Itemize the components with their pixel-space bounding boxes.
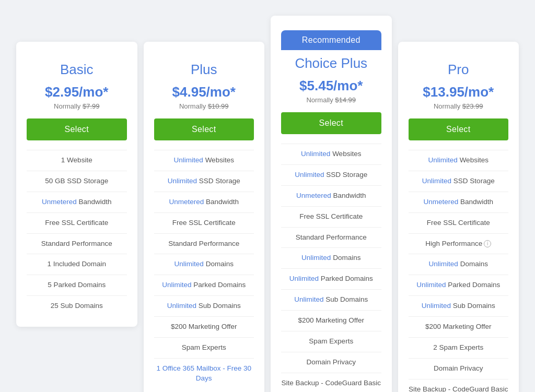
feature-item: $200 Marketing Offer (409, 316, 509, 337)
feature-item: Unlimited Websites (154, 150, 254, 171)
feature-item: Standard Performance (27, 233, 127, 254)
feature-text: 2 Spam Experts (433, 343, 483, 351)
feature-item: Unlimited Websites (409, 150, 509, 171)
plan-price-plus: $4.95/mo* (154, 84, 254, 100)
feature-text: 25 Sub Domains (51, 302, 103, 310)
feature-text: Domain Privacy (434, 364, 483, 372)
feature-highlight: Unlimited (416, 281, 446, 289)
select-button-choice-plus[interactable]: Select (281, 112, 381, 134)
feature-suffix: Sub Domains (323, 295, 368, 303)
feature-text: 5 Parked Domains (48, 281, 106, 289)
feature-suffix: Websites (330, 150, 361, 158)
plan-card-basic: Basic $2.95/mo* Normally $7.99 Select 1 … (16, 42, 137, 327)
feature-item: High Performancei (409, 233, 509, 254)
feature-item: 25 Sub Domains (27, 295, 127, 316)
feature-item: Site Backup - CodeGuard Basic (281, 373, 381, 392)
plan-card-pro: Pro $13.95/mo* Normally $23.99 Select Un… (398, 42, 519, 392)
feature-item: Unlimited Parked Domains (154, 275, 254, 295)
feature-suffix: Sub Domains (196, 302, 241, 310)
feature-text: Domain Privacy (306, 358, 356, 366)
feature-item: Free SSL Certificate (27, 212, 127, 233)
feature-highlight: Unlimited (428, 156, 458, 164)
feature-item: $200 Marketing Offer (154, 316, 254, 337)
feature-item: Unlimited Parked Domains (409, 275, 509, 295)
feature-highlight: Unlimited (422, 302, 451, 310)
feature-item: Unlimited Domains (154, 254, 254, 275)
info-icon[interactable]: i (484, 240, 491, 247)
plan-normal-price-pro: Normally $23.99 (409, 102, 509, 110)
plan-normal-price-plus: Normally $10.99 (154, 102, 254, 110)
plan-normal-price-basic: Normally $7.99 (27, 102, 127, 110)
feature-item: Spam Experts (154, 337, 254, 358)
feature-suffix: Bandwidth (331, 192, 366, 199)
feature-text: 50 GB SSD Storage (45, 177, 108, 185)
feature-item: Standard Performance (154, 233, 254, 254)
feature-suffix: Websites (203, 156, 234, 164)
feature-item: Unlimited Sub Domains (154, 295, 254, 316)
feature-text: Free SSL Certificate (427, 219, 490, 227)
feature-highlight: Unlimited (301, 254, 331, 262)
plan-name-plus: Plus (154, 62, 254, 78)
feature-item: Standard Performance (281, 227, 381, 248)
feature-suffix: Sub Domains (451, 302, 495, 310)
feature-item: Free SSL Certificate (409, 212, 509, 233)
features-list-choice-plus: Unlimited WebsitesUnlimited SSD StorageU… (281, 144, 381, 392)
feature-text: Standard Performance (168, 240, 239, 247)
feature-highlight: Unlimited (301, 150, 330, 158)
feature-item: Unmetered Bandwidth (154, 192, 254, 212)
feature-suffix: Domains (204, 260, 234, 268)
feature-item: 1 Website (27, 150, 127, 171)
feature-text: Site Backup - CodeGuard Basic (409, 385, 508, 392)
feature-highlight: Unlimited (294, 295, 323, 303)
select-button-plus[interactable]: Select (154, 118, 254, 140)
features-list-plus: Unlimited WebsitesUnlimited SSD StorageU… (154, 150, 254, 389)
feature-item: Unlimited Domains (409, 254, 509, 275)
plan-name-choice-plus: Choice Plus (281, 55, 381, 72)
feature-item: Domain Privacy (409, 358, 509, 379)
feature-text: Free SSL Certificate (299, 212, 363, 220)
feature-text: Spam Experts (309, 337, 353, 345)
feature-item: 50 GB SSD Storage (27, 171, 127, 192)
feature-text: High Performance (425, 240, 482, 247)
feature-highlight: Unlimited (422, 177, 451, 185)
feature-highlight: 1 Office 365 Mailbox - Free 30 Days (157, 364, 251, 382)
feature-item: 2 Spam Experts (409, 337, 509, 358)
feature-item: 5 Parked Domains (27, 275, 127, 295)
feature-highlight: Unlimited (167, 302, 196, 310)
feature-highlight: Unlimited (174, 156, 203, 164)
plan-price-pro: $13.95/mo* (409, 84, 509, 100)
feature-suffix: Parked Domains (446, 281, 501, 289)
select-button-basic[interactable]: Select (27, 118, 127, 140)
feature-item: Unlimited Websites (281, 144, 381, 164)
feature-suffix: SSD Storage (324, 171, 368, 179)
feature-highlight: Unmetered (169, 198, 204, 206)
feature-highlight: Unmetered (423, 198, 458, 206)
feature-highlight: Unlimited (175, 260, 204, 268)
feature-suffix: Bandwidth (458, 198, 493, 206)
feature-suffix: SSD Storage (451, 177, 495, 185)
feature-suffix: Websites (458, 156, 489, 164)
feature-text: Spam Experts (182, 343, 226, 351)
feature-item: Unlimited Sub Domains (409, 295, 509, 316)
feature-text: $200 Marketing Offer (171, 323, 237, 330)
feature-item: Unlimited SSD Storage (281, 164, 381, 185)
feature-text: Site Backup - CodeGuard Basic (281, 379, 381, 387)
feature-suffix: Domains (331, 254, 360, 262)
feature-suffix: Parked Domains (192, 281, 246, 289)
feature-text: 1 Included Domain (47, 260, 106, 268)
feature-text: 1 Website (61, 156, 92, 164)
feature-item: Unlimited Parked Domains (281, 268, 381, 289)
pricing-wrapper: Basic $2.95/mo* Normally $7.99 Select 1 … (10, 10, 525, 392)
feature-highlight: Unlimited (429, 260, 458, 268)
feature-item: Unmetered Bandwidth (409, 192, 509, 212)
features-list-pro: Unlimited WebsitesUnlimited SSD StorageU… (409, 150, 509, 392)
feature-item: Unmetered Bandwidth (27, 192, 127, 212)
plan-price-choice-plus: $5.45/mo* (281, 78, 381, 94)
feature-item: Domain Privacy (281, 352, 381, 373)
feature-highlight: Unlimited (162, 281, 191, 289)
plan-name-basic: Basic (27, 62, 127, 78)
feature-item: Unlimited SSD Storage (154, 171, 254, 192)
select-button-pro[interactable]: Select (409, 118, 509, 140)
feature-item: $200 Marketing Offer (281, 310, 381, 331)
feature-item: Free SSL Certificate (154, 212, 254, 233)
